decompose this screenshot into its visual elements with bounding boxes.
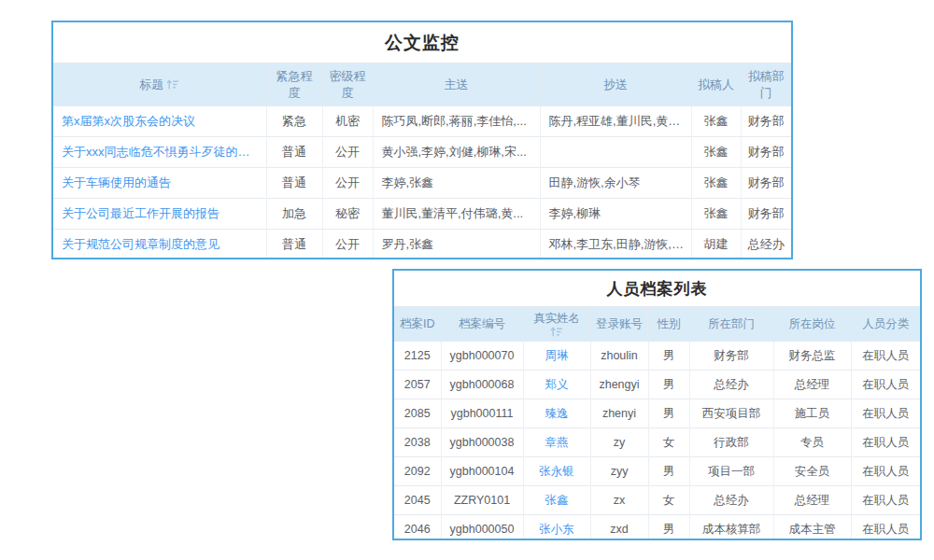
table-cell: ygbh000050	[441, 515, 523, 541]
table-cell: 西安项目部	[689, 399, 773, 428]
table-cell: ZZRY0101	[441, 486, 523, 515]
table-cell: 财务部	[741, 137, 791, 168]
table-cell: 男	[648, 371, 689, 399]
column-header-4: 性别	[648, 307, 689, 342]
personnel-archive-panel: 人员档案列表 档案ID档案编号真实姓名登录账号性别所在部门所在岗位人员分类 21…	[392, 269, 922, 540]
table-cell	[540, 137, 691, 168]
record-link[interactable]: 关于车辆使用的通告	[53, 168, 266, 199]
column-header-label: 抄送	[603, 77, 628, 91]
table-row: 2125ygbh000070周琳zhoulin男财务部财务总监在职人员	[394, 342, 920, 371]
record-link[interactable]: 关于规范公司规章制度的意见	[53, 230, 266, 260]
record-link[interactable]: 周琳	[523, 342, 590, 371]
table-cell: 男	[648, 399, 689, 428]
table-cell: 在职人员	[851, 515, 920, 541]
table-cell: 总经办	[689, 486, 773, 515]
table-cell: zhenyi	[590, 399, 648, 428]
column-header-3: 登录账号	[590, 307, 648, 342]
column-header-1: 档案编号	[441, 307, 523, 342]
table-cell: 财务部	[689, 342, 773, 371]
column-header-3: 主送	[373, 63, 540, 106]
table-cell: 总经理	[773, 486, 851, 515]
table-cell: 2085	[394, 399, 441, 428]
column-header-5: 拟稿人	[691, 63, 741, 106]
table-cell: 公开	[322, 230, 373, 260]
table-cell: 2046	[394, 515, 441, 541]
table-cell: 李婷,张鑫	[373, 168, 540, 199]
table-cell: 张鑫	[691, 106, 741, 137]
table-cell: 2057	[394, 371, 441, 399]
table-cell: ygbh000070	[441, 342, 523, 371]
column-header-label: 标题	[139, 77, 163, 91]
table-cell: 成本核算部	[689, 515, 773, 541]
table-cell: 行政部	[689, 428, 773, 457]
document-monitor-panel: 公文监控 标题紧急程度密级程度主送抄送拟稿人拟稿部门 第x届第x次股东会的决议紧…	[51, 21, 793, 259]
column-header-label: 拟稿人	[698, 77, 734, 91]
table-cell: 在职人员	[851, 428, 920, 457]
table-cell: 邓林,李卫东,田静,游恢,余...	[540, 230, 691, 260]
table-row: 关于xxx同志临危不惧勇斗歹徒的通报普通公开黄小强,李婷,刘健,柳琳,宋...张…	[53, 137, 791, 168]
table-cell: zhengyi	[590, 371, 648, 399]
column-header-label: 人员分类	[862, 317, 909, 330]
column-header-label: 主送	[445, 77, 469, 91]
record-link[interactable]: 关于公司最近工作开展的报告	[53, 199, 266, 230]
column-header-2[interactable]: 真实姓名	[523, 307, 590, 342]
column-header-label: 性别	[658, 317, 681, 330]
table-cell: 陈巧凤,断郎,蒋丽,李佳怡,...	[373, 106, 540, 137]
table-row: 第x届第x次股东会的决议紧急机密陈巧凤,断郎,蒋丽,李佳怡,...陈丹,程亚雄,…	[53, 106, 791, 137]
column-header-label: 真实姓名	[533, 312, 580, 325]
table-cell: 加急	[266, 199, 322, 230]
sort-ascending-icon[interactable]	[550, 327, 563, 337]
table-cell: ygbh000111	[441, 399, 523, 428]
table-row: 2045ZZRY0101张鑫zx女总经办总经理在职人员	[394, 486, 920, 515]
personnel-archive-title: 人员档案列表	[394, 271, 920, 306]
record-link[interactable]: 张鑫	[523, 486, 590, 515]
record-link[interactable]: 第x届第x次股东会的决议	[53, 106, 266, 137]
table-cell: 总经办	[741, 230, 791, 260]
table-cell: 普通	[266, 230, 322, 260]
document-table-header-row: 标题紧急程度密级程度主送抄送拟稿人拟稿部门	[53, 63, 791, 106]
table-row: 2057ygbh000068郑义zhengyi男总经办总经理在职人员	[394, 371, 920, 399]
document-monitor-title: 公文监控	[53, 22, 791, 63]
table-cell: 机密	[322, 106, 373, 137]
record-link[interactable]: 臻逸	[523, 399, 590, 428]
column-header-5: 所在部门	[689, 307, 773, 342]
column-header-label: 档案ID	[400, 317, 435, 330]
column-header-0[interactable]: 标题	[53, 63, 266, 106]
table-cell: 黄小强,李婷,刘健,柳琳,宋...	[373, 137, 540, 168]
table-cell: 女	[648, 486, 689, 515]
table-cell: 男	[648, 457, 689, 486]
table-cell: 张鑫	[691, 168, 741, 199]
table-row: 2046ygbh000050张小东zxd男成本核算部成本主管在职人员	[394, 515, 920, 541]
record-link[interactable]: 张小东	[523, 515, 590, 541]
sort-ascending-icon[interactable]	[166, 79, 179, 90]
table-row: 2092ygbh000104张永银zyy男项目一部安全员在职人员	[394, 457, 920, 486]
column-header-label: 所在岗位	[789, 317, 836, 330]
table-cell: 2045	[394, 486, 441, 515]
table-cell: 2038	[394, 428, 441, 457]
table-cell: 施工员	[773, 399, 851, 428]
table-cell: 胡建	[691, 230, 741, 260]
table-cell: 在职人员	[851, 399, 920, 428]
table-cell: 总经办	[689, 371, 773, 399]
column-header-label: 拟稿部门	[748, 69, 785, 100]
table-cell: 陈丹,程亚雄,董川民,黄思璐...	[540, 106, 691, 137]
table-cell: 公开	[322, 137, 373, 168]
table-cell: 专员	[773, 428, 851, 457]
table-cell: 在职人员	[851, 371, 920, 399]
table-row: 2085ygbh000111臻逸zhenyi男西安项目部施工员在职人员	[394, 399, 920, 428]
table-cell: 安全员	[773, 457, 851, 486]
record-link[interactable]: 关于xxx同志临危不惧勇斗歹徒的通报	[53, 137, 266, 168]
record-link[interactable]: 郑义	[523, 371, 590, 399]
table-cell: zhoulin	[590, 342, 648, 371]
table-cell: 田静,游恢,余小琴	[540, 168, 691, 199]
document-monitor-table: 标题紧急程度密级程度主送抄送拟稿人拟稿部门 第x届第x次股东会的决议紧急机密陈巧…	[53, 63, 791, 259]
table-cell: zxd	[590, 515, 648, 541]
column-header-2: 密级程度	[322, 63, 373, 106]
record-link[interactable]: 张永银	[523, 457, 590, 486]
column-header-label: 档案编号	[459, 317, 505, 330]
table-cell: 女	[648, 428, 689, 457]
table-cell: zyy	[590, 457, 648, 486]
record-link[interactable]: 章燕	[523, 428, 590, 457]
table-row: 关于车辆使用的通告普通公开李婷,张鑫田静,游恢,余小琴张鑫财务部	[53, 168, 791, 199]
column-header-0: 档案ID	[394, 307, 441, 342]
